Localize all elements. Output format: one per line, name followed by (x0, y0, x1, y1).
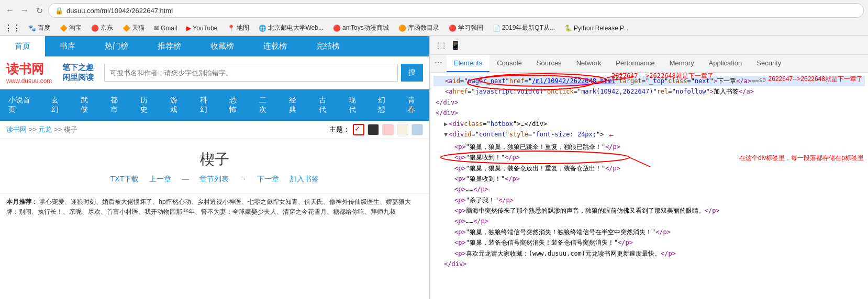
breadcrumb-area: 读书网 >> 元龙 >> 楔子 主题： ✓ (0, 121, 429, 139)
chapter-actions: TXT下载 上一章 — 章节列表 → 下一章 加入书签 (10, 175, 419, 184)
devtools-menu[interactable]: ... (430, 55, 447, 72)
cat-qingchun[interactable]: 青春 (399, 94, 429, 117)
theme-blue[interactable] (411, 124, 423, 135)
category-nav: 小说首页 玄幻 武侠 都市 历史 游戏 科幻 恐怖 二次 经典 古代 现代 幻想… (0, 89, 429, 121)
logo-subtitle1: 笔下之趣 (62, 63, 94, 73)
html-line-p9[interactable]: <p> "狼巢，独狼终端信号突然消失！独狼终端信号在半空中突然消失！" </p> (433, 227, 865, 237)
devtools-tabs: ... Elements Console Sources Network Per… (430, 55, 868, 73)
cat-xuanhuan[interactable]: 玄幻 (43, 94, 73, 117)
tab-elements[interactable]: Elements (447, 55, 489, 72)
cat-wuxia[interactable]: 武侠 (72, 94, 102, 117)
tab-console[interactable]: Console (489, 55, 529, 72)
logo-left: 读书网 www.dusuu.com (6, 61, 52, 85)
logo-area: 读书网 www.dusuu.com 笔下之趣 闲里阅读 搜 (0, 56, 429, 89)
breadcrumb-home[interactable]: 读书网 (6, 125, 27, 133)
cat-huanxiang[interactable]: 幻想 (370, 94, 399, 117)
devtools-content[interactable]: <a id="pager_next" href="/ml/10942/26226… (430, 73, 868, 299)
top-nav: 首页 书库 热门榜 推荐榜 收藏榜 连载榜 完结榜 (0, 36, 429, 56)
nav-library[interactable]: 书库 (45, 36, 90, 56)
theme-beige[interactable] (397, 124, 408, 135)
bookmark-baidu[interactable]: 🐾百度 (26, 22, 52, 33)
breadcrumb-book[interactable]: 元龙 (38, 125, 52, 133)
add-bookmark[interactable]: 加入书签 (290, 175, 319, 184)
device-toggle-button[interactable]: 📱 (448, 38, 463, 53)
tab-application[interactable]: Application (702, 55, 750, 72)
html-line-div-close1[interactable]: </div> (433, 97, 865, 108)
back-button[interactable]: ← (4, 5, 16, 16)
address-bar[interactable]: 🔒 dusuu.com/ml/10942/2622647.html (48, 3, 864, 18)
url-text: dusuu.com/ml/10942/2622647.html (66, 7, 173, 15)
cat-dushi[interactable]: 都市 (102, 94, 132, 117)
html-line-p2[interactable]: <p> "狼巢收到！" </p> (433, 152, 865, 163)
bookmark-bupt[interactable]: 🌐北京邮电大学Web... (257, 22, 326, 33)
breadcrumb: 读书网 >> 元龙 >> 楔子 (6, 125, 77, 134)
html-line-p5[interactable]: <p> …… </p> (433, 184, 865, 194)
prev-chapter[interactable]: 上一章 (149, 175, 171, 184)
cat-youxi[interactable]: 游戏 (162, 94, 192, 117)
bookmark-jd[interactable]: 🔴京东 (89, 22, 115, 33)
nav-serial[interactable]: 连载榜 (249, 36, 302, 56)
lock-icon: 🔒 (55, 7, 63, 15)
recommendations: 本月推荐： 掌心宠爱、逢狼时刻、婚后被大佬惯坏了、hp怦然心动、乡村透视小神医、… (0, 193, 429, 220)
html-line-div-close2[interactable]: </div> (433, 108, 865, 118)
html-line-bookmark[interactable]: <a href="javascript:void(0)" onclick="ma… (433, 86, 865, 97)
html-line-p1[interactable]: <p> "狼巢，狼巢，独狼已跳伞！重复，独狼已跳伞！" </p> (433, 142, 865, 152)
html-line-p8[interactable]: <p> …… </p> (433, 216, 865, 226)
nav-hot[interactable]: 热门榜 (90, 36, 143, 56)
apps-icon[interactable]: ⋮⋮ (4, 23, 21, 33)
bookmark-map[interactable]: 📍地图 (225, 22, 251, 33)
theme-black[interactable] (368, 124, 379, 135)
html-line-pager-next[interactable]: <a id="pager_next" href="/ml/10942/26226… (433, 76, 865, 86)
cat-gudai[interactable]: 古代 (310, 94, 340, 117)
html-line-hotbox[interactable]: ▶ <div class="hotbox">…</div> (433, 119, 865, 129)
html-line-p7[interactable]: <p> 脑海中突然传来了那个熟悉的飘渺的声音，独狼的眼前仿佛又看到了那双美丽的眼… (433, 205, 865, 216)
devtools-toolbar: ⬚ 📱 (430, 36, 868, 55)
html-line-p4[interactable]: <p> "狼巢收到！" </p> (433, 174, 865, 184)
html-line-p10[interactable]: <p> "狼巢，装备仓信号突然消失！装备仓信号突然消失！" </p> (433, 237, 865, 248)
browser-toolbar: ← → ↻ 🔒 dusuu.com/ml/10942/2622647.html (0, 0, 868, 21)
forward-button[interactable]: → (19, 5, 30, 16)
tab-performance[interactable]: Performance (608, 55, 662, 72)
html-line-content-div[interactable]: ▼ <div id="content" style="font-size: 24… (433, 129, 865, 142)
bookmark-kuhan[interactable]: 🟠库函数目录 (396, 22, 441, 33)
logo-title: 读书网 (6, 61, 52, 77)
html-line-p11[interactable]: <p> 喜欢元龙请大家收藏：(www.dusuu.com)元龙读书网更新速度最快… (433, 248, 865, 259)
nav-home[interactable]: 首页 (0, 36, 45, 56)
search-input[interactable] (104, 64, 398, 82)
tab-security[interactable]: Security (749, 55, 788, 72)
bookmark-taobao[interactable]: 🔶淘宝 (58, 22, 84, 33)
theme-white[interactable]: ✓ (353, 124, 364, 135)
bookmark-gmail[interactable]: ✉Gmail (152, 24, 179, 33)
bookmark-anitoys[interactable]: 🔴aniToys动漫商城 (331, 22, 391, 33)
cat-lishi[interactable]: 历史 (132, 94, 162, 117)
theme-pink[interactable] (382, 124, 394, 135)
tab-network[interactable]: Network (569, 55, 609, 72)
bookmark-xuexi[interactable]: 🔴学习强国 (447, 22, 485, 33)
bookmark-python[interactable]: 🐍Python Release P... (562, 24, 631, 33)
cat-xiandai[interactable]: 现代 (340, 94, 370, 117)
chapter-list[interactable]: 章节列表 (199, 175, 229, 184)
nav-collect[interactable]: 收藏榜 (196, 36, 249, 56)
search-button[interactable]: 搜 (401, 64, 423, 82)
bookmarks-bar: ⋮⋮ 🐾百度 🔶淘宝 🔴京东 🔶天猫 ✉Gmail ▶YouTube 📍地图 🌐… (0, 21, 868, 36)
cat-erci[interactable]: 二次 (251, 94, 281, 117)
inspect-element-button[interactable]: ⬚ (433, 38, 448, 53)
nav-recommend[interactable]: 推荐榜 (143, 36, 196, 56)
bookmark-qt[interactable]: 📄2019年最新QT从... (491, 22, 557, 33)
next-chapter[interactable]: 下一章 (257, 175, 279, 184)
theme-label: 主题： (329, 125, 350, 134)
cat-jingdian[interactable]: 经典 (281, 94, 310, 117)
cat-kongbu[interactable]: 恐怖 (221, 94, 251, 117)
html-line-p6[interactable]: <p> "杀了我！" </p> (433, 195, 865, 205)
cat-home[interactable]: 小说首页 (0, 94, 43, 117)
html-line-p3[interactable]: <p> "狼巢，狼巢，装备仓放出！重复，装备仓放出！" </p> (433, 163, 865, 174)
tab-memory[interactable]: Memory (662, 55, 702, 72)
nav-complete[interactable]: 完结榜 (302, 36, 354, 56)
refresh-button[interactable]: ↻ (34, 5, 45, 16)
bookmark-youtube[interactable]: ▶YouTube (184, 24, 219, 33)
bookmark-tianmao[interactable]: 🔶天猫 (120, 22, 147, 33)
tab-sources[interactable]: Sources (529, 55, 569, 72)
html-line-div-close3[interactable]: </div> (433, 259, 865, 269)
cat-kehuan[interactable]: 科幻 (192, 94, 221, 117)
txt-download[interactable]: TXT下载 (110, 175, 139, 184)
